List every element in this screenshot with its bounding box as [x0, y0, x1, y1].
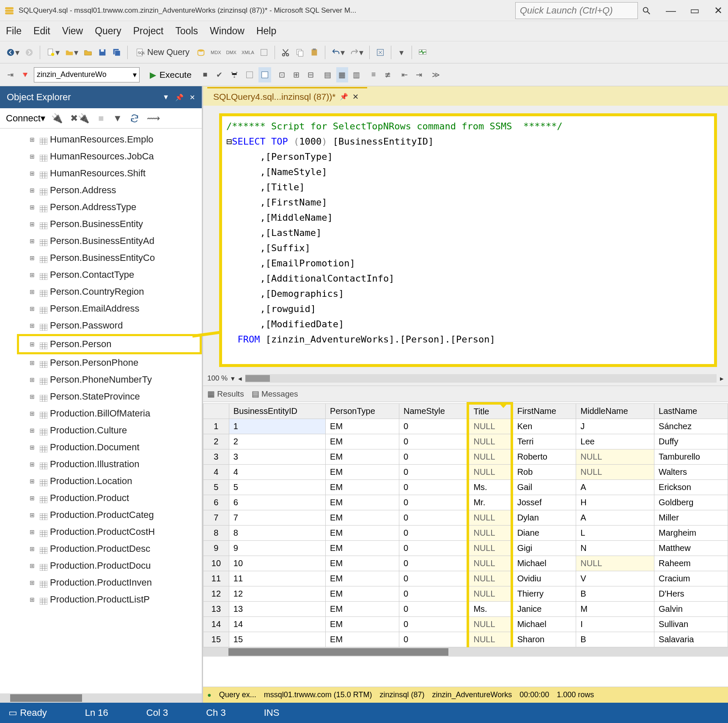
cell[interactable]: M [576, 601, 654, 616]
tree-item-person-personphone[interactable]: ⊞Person.PersonPhone [30, 354, 202, 371]
messages-tab[interactable]: ▤ Messages [252, 389, 298, 399]
new-file-icon[interactable]: ▾ [44, 45, 61, 60]
cell[interactable]: EM [326, 464, 399, 479]
cell[interactable]: D'Hers [654, 586, 728, 601]
cell[interactable]: EM [326, 540, 399, 556]
row-number[interactable]: 8 [203, 525, 229, 540]
cell[interactable]: NULL [576, 464, 654, 479]
cell[interactable]: 0 [399, 632, 468, 647]
cell[interactable]: Matthew [654, 540, 728, 556]
row-number[interactable]: 3 [203, 449, 229, 464]
cell[interactable]: 0 [399, 601, 468, 616]
tree-item-humanresources-shift[interactable]: ⊞HumanResources.Shift [30, 165, 202, 182]
col-header-lastname[interactable]: LastName [654, 403, 728, 419]
cell[interactable]: Raheem [654, 556, 728, 571]
row-number[interactable]: 4 [203, 464, 229, 479]
cell[interactable]: J [576, 419, 654, 434]
cell[interactable]: NULL [468, 449, 511, 464]
cell[interactable]: 0 [399, 434, 468, 449]
cell[interactable]: EM [326, 510, 399, 525]
cell[interactable]: 3 [229, 449, 325, 464]
tree-item-person-emailaddress[interactable]: ⊞Person.EmailAddress [30, 300, 202, 317]
cell[interactable]: Duffy [654, 434, 728, 449]
mdx-icon[interactable]: MDX [209, 45, 223, 60]
cell[interactable]: 15 [229, 632, 325, 647]
cell[interactable]: 0 [399, 449, 468, 464]
expand-icon[interactable]: ⊞ [30, 288, 37, 295]
tree-item-humanresources-jobca[interactable]: ⊞HumanResources.JobCa [30, 148, 202, 165]
menu-file[interactable]: File [6, 25, 22, 37]
expand-icon[interactable]: ⊞ [30, 529, 37, 535]
disconnect-icon[interactable]: ✖🔌 [69, 111, 91, 126]
cell[interactable]: EM [326, 434, 399, 449]
indent-left-icon[interactable]: ⇤ [399, 67, 411, 82]
col-header-persontype[interactable]: PersonType [326, 403, 399, 419]
menu-tools[interactable]: Tools [175, 25, 198, 37]
results-to-text-icon[interactable]: ▤ [322, 67, 334, 82]
results-grid[interactable]: BusinessEntityIDPersonTypeNameStyleTitle… [203, 402, 728, 687]
expand-icon[interactable]: ⊞ [30, 305, 37, 312]
indent-icon[interactable]: ⇥ [4, 67, 16, 82]
cell[interactable]: Salavaria [654, 632, 728, 647]
cell[interactable]: 11 [229, 571, 325, 586]
activity-icon[interactable]: ⟿ [145, 111, 162, 126]
expand-icon[interactable]: ⊞ [30, 444, 37, 451]
tree-item-production-productcateg[interactable]: ⊞Production.ProductCateg [30, 507, 202, 523]
plan-icon[interactable] [228, 67, 241, 82]
cell[interactable]: 0 [399, 525, 468, 540]
tree-item-production-location[interactable]: ⊞Production.Location [30, 473, 202, 490]
cell[interactable]: N [576, 540, 654, 556]
results-to-grid-icon[interactable]: ▦ [336, 67, 348, 82]
row-number[interactable]: 10 [203, 556, 229, 571]
search-icon[interactable] [640, 3, 653, 18]
cell[interactable]: EM [326, 632, 399, 647]
menu-help[interactable]: Help [256, 25, 276, 37]
cell[interactable]: EM [326, 525, 399, 540]
expand-icon[interactable]: ⊞ [30, 478, 37, 485]
tree-item-humanresources-emplo[interactable]: ⊞HumanResources.Emplo [30, 131, 202, 148]
open-folder-icon[interactable] [82, 45, 94, 60]
cell[interactable]: V [576, 571, 654, 586]
expand-icon[interactable]: ⊞ [30, 410, 37, 417]
cell[interactable]: NULL [468, 571, 511, 586]
row-number[interactable]: 15 [203, 632, 229, 647]
cell[interactable]: 0 [399, 510, 468, 525]
results-to-file-icon[interactable]: ▥ [351, 67, 363, 82]
open-icon[interactable]: ▾ [63, 45, 80, 60]
cell[interactable]: 4 [229, 464, 325, 479]
connect-icon[interactable]: 🔌 [49, 111, 64, 126]
row-number[interactable]: 7 [203, 510, 229, 525]
row-number[interactable]: 1 [203, 419, 229, 434]
cell[interactable]: EM [326, 601, 399, 616]
cell[interactable]: 1 [229, 419, 325, 434]
cell[interactable]: NULL [468, 586, 511, 601]
panel-close-icon[interactable]: ✕ [190, 93, 195, 101]
cell[interactable]: 0 [399, 540, 468, 556]
row-number[interactable]: 11 [203, 571, 229, 586]
uncomment-icon[interactable]: ≢ [382, 67, 394, 82]
cell[interactable]: Ms. [468, 601, 511, 616]
row-number[interactable]: 6 [203, 495, 229, 510]
tree-item-person-businessentityad[interactable]: ⊞Person.BusinessEntityAd [30, 233, 202, 249]
panel-menu-icon[interactable]: ▼ [162, 93, 169, 101]
menu-query[interactable]: Query [95, 25, 121, 37]
paste-icon[interactable] [308, 45, 321, 60]
close-button[interactable]: ✕ [713, 5, 724, 16]
nav-back-icon[interactable]: ▾ [4, 45, 21, 60]
tree-item-production-productdocu[interactable]: ⊞Production.ProductDocu [30, 557, 202, 574]
sqlcmd-icon[interactable]: ≫ [430, 67, 442, 82]
row-number[interactable]: 5 [203, 479, 229, 495]
row-number[interactable]: 9 [203, 540, 229, 556]
expand-icon[interactable]: ⊞ [30, 495, 37, 501]
expand-icon[interactable]: ⊞ [30, 204, 37, 211]
cell[interactable]: Roberto [512, 449, 576, 464]
expand-icon[interactable]: ⊞ [30, 322, 37, 329]
expand-icon[interactable]: ⊞ [30, 512, 37, 518]
props-icon[interactable] [374, 45, 387, 60]
expand-icon[interactable]: ⊞ [30, 545, 37, 552]
cell[interactable]: Miller [654, 510, 728, 525]
cell[interactable]: EM [326, 571, 399, 586]
zoom-label[interactable]: 100 % [207, 374, 228, 383]
cell[interactable]: 0 [399, 495, 468, 510]
minimize-button[interactable]: — [665, 5, 676, 16]
